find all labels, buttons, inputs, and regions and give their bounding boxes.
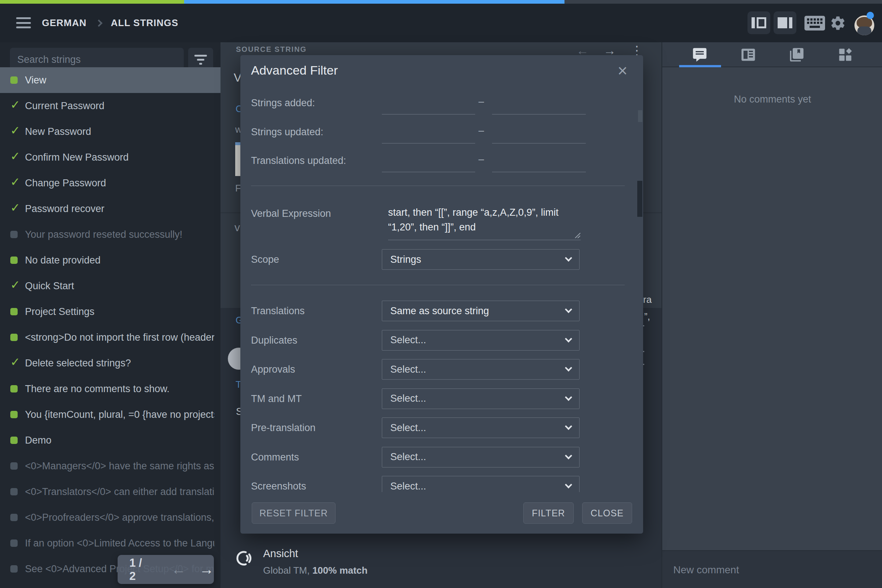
chevron-down-icon bbox=[565, 364, 572, 372]
date-to-input[interactable] bbox=[492, 128, 586, 144]
dialog-scrollbar-thumb[interactable] bbox=[637, 181, 642, 217]
chevron-down-icon bbox=[565, 481, 572, 488]
select-value: Select... bbox=[390, 451, 426, 463]
new-comment-area[interactable]: New comment bbox=[662, 551, 882, 588]
range-separator: – bbox=[478, 96, 484, 107]
select-filter-label: Pre-translation bbox=[251, 422, 316, 434]
gear-icon bbox=[830, 15, 846, 31]
verbal-expression-underline bbox=[388, 240, 580, 240]
select-filter-label: Approvals bbox=[251, 364, 295, 375]
approvals-select[interactable]: Select... bbox=[382, 359, 579, 380]
tab-apps[interactable] bbox=[835, 45, 855, 65]
list-item-label: Change Password bbox=[25, 177, 106, 189]
untranslated-square-icon bbox=[10, 462, 18, 470]
tab-comments[interactable] bbox=[689, 45, 710, 65]
list-item[interactable]: You {itemCount, plural, =0 {have no proj… bbox=[0, 402, 220, 428]
list-item[interactable]: <0>Translators</0> can either add transl… bbox=[0, 479, 220, 505]
list-item[interactable]: No date provided bbox=[0, 248, 220, 273]
breadcrumb-language[interactable]: GERMAN bbox=[42, 17, 87, 28]
pagination-next-icon[interactable]: → bbox=[199, 561, 214, 578]
settings-button[interactable] bbox=[828, 4, 848, 42]
translated-square-icon bbox=[10, 411, 18, 418]
online-status-dot bbox=[867, 12, 874, 19]
list-item[interactable]: ✓Password recover bbox=[0, 196, 220, 222]
breadcrumb-section[interactable]: ALL STRINGS bbox=[111, 17, 178, 28]
progress-translated-segment bbox=[0, 0, 184, 4]
comments-select[interactable]: Select... bbox=[382, 447, 579, 468]
date-filter-label: Strings updated: bbox=[251, 126, 323, 138]
keyboard-icon bbox=[804, 16, 825, 30]
list-item[interactable]: ✓Current Password bbox=[0, 93, 220, 119]
dialog-scrollbar-track bbox=[638, 110, 642, 122]
untranslated-square-icon bbox=[10, 540, 18, 547]
filter-button-apply[interactable]: FILTER bbox=[524, 502, 574, 524]
list-item[interactable]: Demo bbox=[0, 428, 220, 453]
layout-right-panel-button[interactable] bbox=[774, 11, 796, 34]
select-filter-label: Translations bbox=[251, 305, 304, 317]
article-icon bbox=[740, 46, 756, 63]
list-item[interactable]: ✓Quick Start bbox=[0, 273, 220, 299]
scope-select[interactable]: Strings bbox=[382, 249, 579, 270]
list-item[interactable]: <0>Managers</0> have the same rights as … bbox=[0, 453, 220, 479]
chevron-down-icon bbox=[565, 423, 572, 430]
list-item[interactable]: ✓Change Password bbox=[0, 170, 220, 196]
breadcrumb: GERMAN ALL STRINGS bbox=[42, 4, 178, 42]
translations-select[interactable]: Same as source string bbox=[382, 301, 579, 321]
top-bar: GERMAN ALL STRINGS bbox=[0, 4, 882, 42]
list-item[interactable]: Your password reseted successully! bbox=[0, 222, 220, 248]
string-list: View✓Current Password✓New Password✓Confi… bbox=[0, 67, 220, 582]
list-item[interactable]: ✓Delete selected strings? bbox=[0, 350, 220, 376]
reset-filter-button[interactable]: RESET FILTER bbox=[252, 502, 336, 524]
check-icon: ✓ bbox=[10, 127, 18, 134]
date-from-input[interactable] bbox=[382, 99, 475, 115]
layout-left-panel-button[interactable] bbox=[747, 11, 770, 34]
resize-handle-icon[interactable] bbox=[574, 231, 580, 238]
pre-translation-select[interactable]: Select... bbox=[382, 417, 579, 438]
translated-square-icon bbox=[10, 76, 18, 84]
untranslated-square-icon bbox=[10, 231, 18, 238]
close-icon[interactable]: × bbox=[613, 62, 632, 81]
pagination-prev-icon[interactable]: ← bbox=[171, 561, 186, 578]
list-item[interactable]: Project Settings bbox=[0, 299, 220, 324]
date-from-input[interactable] bbox=[382, 128, 475, 144]
verbal-expression-textarea[interactable]: start, then “[[”, range “a,z,A,Z,0,9”, l… bbox=[388, 205, 580, 234]
book-icon bbox=[789, 46, 805, 63]
menu-icon[interactable] bbox=[15, 16, 32, 30]
keyboard-shortcuts-button[interactable] bbox=[803, 4, 826, 42]
match-percent: 100% match bbox=[312, 565, 368, 576]
select-value: Select... bbox=[390, 481, 426, 492]
list-item[interactable]: <strong>Do not import the first row (hea… bbox=[0, 324, 220, 350]
select-value: Select... bbox=[390, 364, 426, 375]
list-item-label: There are no comments to show. bbox=[25, 383, 170, 395]
date-to-input[interactable] bbox=[492, 99, 586, 115]
tm-and-mt-select[interactable]: Select... bbox=[382, 388, 579, 409]
date-from-input[interactable] bbox=[382, 157, 475, 172]
screenshots-select[interactable]: Select... bbox=[382, 476, 579, 492]
select-filter-label: Duplicates bbox=[251, 335, 297, 346]
list-item[interactable]: There are no comments to show. bbox=[0, 376, 220, 402]
close-button[interactable]: CLOSE bbox=[582, 502, 632, 524]
list-item[interactable]: ✓New Password bbox=[0, 119, 220, 144]
occluded-text-fragment: v bbox=[234, 221, 240, 234]
list-item-label: <0>Proofreaders</0> approve translations… bbox=[25, 512, 214, 524]
list-item-label: Password recover bbox=[25, 203, 104, 214]
tab-context[interactable] bbox=[738, 45, 759, 65]
scope-value: Strings bbox=[390, 254, 421, 266]
tm-suggestion-row[interactable]: Ansicht Global TM, 100% match bbox=[236, 548, 368, 576]
list-item[interactable]: <0>Proofreaders</0> approve translations… bbox=[0, 505, 220, 530]
clipped-select-wrap: Select... bbox=[382, 476, 579, 492]
select-value: Same as source string bbox=[390, 305, 489, 317]
date-to-input[interactable] bbox=[492, 157, 586, 172]
tab-terms[interactable] bbox=[786, 45, 807, 65]
select-filter-label: TM and MT bbox=[251, 393, 302, 405]
avatar-body bbox=[857, 27, 872, 35]
list-item[interactable]: View bbox=[0, 67, 220, 93]
app-root: GERMAN ALL STRINGS View✓Current Password… bbox=[0, 0, 882, 588]
list-item-label: <strong>Do not import the first row (hea… bbox=[25, 332, 214, 343]
list-item[interactable]: If an option <0>Limited Access to the La… bbox=[0, 530, 220, 556]
list-item[interactable]: ✓Confirm New Password bbox=[0, 144, 220, 170]
translation-progress-bar bbox=[0, 0, 882, 4]
duplicates-select[interactable]: Select... bbox=[382, 330, 579, 351]
list-item-label: Demo bbox=[25, 435, 51, 446]
page-indicator: 1 / 2 bbox=[129, 556, 148, 583]
